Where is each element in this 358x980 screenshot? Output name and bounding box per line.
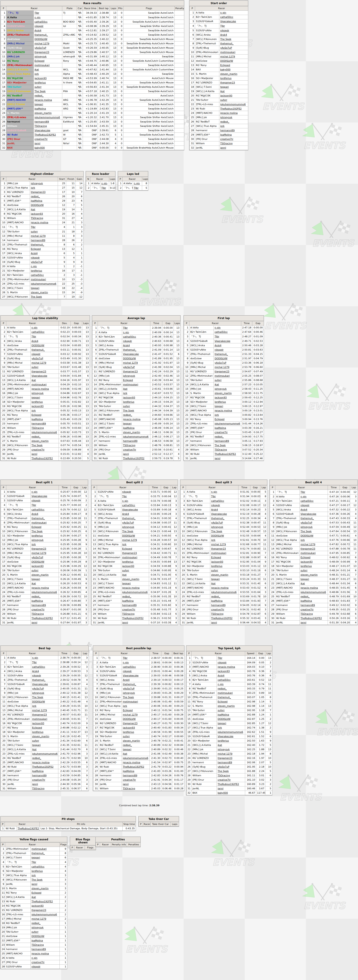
cell-link[interactable]: steven_martin — [30, 290, 58, 295]
cell-link[interactable]: jokuhemmomummo6 — [122, 434, 150, 439]
cell-link[interactable]: The Spek — [210, 529, 238, 534]
cell-link[interactable]: Viperakecske — [30, 374, 59, 378]
cell-link[interactable]: n gin — [100, 181, 109, 186]
cell-link[interactable]: michal 1279 — [299, 542, 328, 547]
cell-link[interactable]: jackson93 — [33, 76, 62, 81]
cell-link[interactable]: Arsk4 — [33, 29, 62, 33]
cell-link[interactable]: Arsk4 — [30, 512, 59, 516]
cell-link[interactable]: steven_martin — [217, 704, 245, 708]
cell-link[interactable]: jokuhemmomummo6 — [122, 756, 150, 760]
cell-link[interactable]: The Spek — [30, 295, 58, 299]
cell-link[interactable]: steven_martin — [30, 439, 59, 443]
cell-link[interactable]: TheRubius192FE2 — [17, 826, 40, 831]
cell-link[interactable]: steven_martin — [30, 886, 60, 891]
cell-link[interactable]: cathal50cc — [214, 330, 241, 334]
cell-link[interactable]: nikopdr — [30, 964, 60, 969]
cell-link[interactable]: n gin — [122, 330, 150, 335]
cell-link[interactable]: thehemuli_ — [31, 678, 59, 682]
cell-link[interactable]: suforr — [214, 378, 241, 382]
cell-link[interactable]: michal 1279 — [122, 361, 150, 365]
cell-link[interactable]: yAsSo7uP — [299, 520, 328, 525]
cell-link[interactable]: johneysvk — [210, 525, 238, 529]
cell-link[interactable]: JoaMolina — [122, 426, 150, 430]
cell-link[interactable]: jsrk — [121, 542, 149, 547]
cell-link[interactable]: jkat — [31, 748, 59, 752]
cell-link[interactable]: redbot_ — [30, 921, 60, 926]
cell-link[interactable]: thehemuli_ — [210, 516, 238, 520]
cell-link[interactable]: lordferius — [122, 730, 150, 734]
cell-link[interactable]: Eclipsed — [122, 378, 150, 382]
cell-link[interactable]: TJbr — [214, 334, 241, 339]
cell-link[interactable]: yAsSo7uP — [219, 46, 248, 50]
cell-link[interactable]: JoaMolina — [30, 599, 59, 603]
cell-link[interactable]: The Spek — [30, 529, 59, 534]
cell-link[interactable]: JoaMolina — [33, 107, 62, 111]
cell-link[interactable]: yAsSo7uP — [214, 361, 241, 365]
cell-link[interactable]: Eclipsed — [30, 891, 60, 895]
cell-link[interactable]: TSOracing — [30, 426, 59, 430]
cell-link[interactable]: suforr — [210, 568, 238, 573]
cell-link[interactable]: TheRubius192FE2 — [214, 452, 241, 457]
cell-link[interactable]: JoaMolina — [210, 599, 238, 603]
cell-link[interactable]: The Spek — [122, 409, 150, 413]
cell-link[interactable]: johneysvk — [122, 374, 150, 378]
cell-link[interactable]: The Spek — [299, 529, 328, 534]
cell-link[interactable]: The Spek — [31, 695, 59, 700]
cell-link[interactable]: The Spek — [122, 695, 150, 700]
cell-link[interactable]: jokuhemmomummo6 — [31, 752, 59, 756]
cell-link[interactable]: n gin — [217, 682, 245, 687]
cell-link[interactable]: johneysvk — [30, 926, 60, 930]
cell-link[interactable]: JoaMolina — [31, 769, 59, 773]
cell-link[interactable]: ignacio molina — [33, 98, 62, 102]
cell-link[interactable]: suforr — [217, 708, 245, 713]
cell-link[interactable]: DODISLVW — [214, 356, 241, 361]
cell-link[interactable]: The Spek — [219, 37, 248, 41]
cell-link[interactable]: TJbr — [121, 494, 149, 499]
cell-link[interactable]: thehemuli_ — [121, 516, 149, 520]
cell-link[interactable]: DODISLVW — [30, 203, 58, 207]
cell-link[interactable]: ignacio molina — [30, 387, 59, 391]
cell-link[interactable]: Arsk4 — [121, 512, 149, 516]
cell-link[interactable]: jsrk — [30, 409, 59, 413]
cell-link[interactable]: lordferius — [33, 81, 62, 85]
cell-link[interactable]: cathal50cc — [30, 273, 58, 277]
cell-link[interactable]: thegamer23 — [210, 547, 238, 551]
cell-link[interactable]: jackson93 — [121, 564, 149, 568]
cell-link[interactable]: cathal50cc — [122, 335, 150, 339]
cell-link[interactable]: cathal50cc — [121, 503, 149, 508]
cell-link[interactable]: TSOracing — [122, 786, 150, 791]
cell-link[interactable]: n gin — [219, 11, 248, 15]
cell-link[interactable]: jokuhemmomummo6 — [219, 102, 248, 107]
cell-link[interactable]: redbot_ — [219, 120, 248, 124]
cell-link[interactable]: The Spek — [30, 878, 60, 882]
cell-link[interactable]: cathal50cc — [30, 865, 60, 869]
cell-link[interactable]: steven_martin — [121, 577, 149, 581]
cell-link[interactable]: redbot_ — [30, 434, 59, 439]
cell-link[interactable]: steven_martin — [210, 573, 238, 577]
cell-link[interactable]: hermanni89 — [30, 947, 60, 951]
cell-link[interactable]: redbot_ — [30, 194, 58, 199]
cell-link[interactable]: TJbr — [30, 334, 59, 339]
cell-link[interactable]: ignacio molina — [217, 665, 245, 669]
cell-link[interactable]: thegamer23 — [122, 369, 150, 374]
cell-link[interactable]: TSOracing — [217, 773, 245, 778]
cell-link[interactable]: steven_martin — [299, 573, 328, 577]
cell-link[interactable]: TJbr — [30, 860, 60, 865]
cell-link[interactable]: JoaMolina — [299, 599, 328, 603]
cell-link[interactable]: hermanni89 — [210, 603, 238, 608]
cell-link[interactable]: Arsk4 — [122, 344, 150, 348]
cell-link[interactable]: jsrk — [217, 725, 245, 730]
cell-link[interactable]: n gin — [210, 490, 238, 494]
cell-link[interactable]: baky000 — [33, 146, 62, 150]
cell-link[interactable]: TJbr — [31, 660, 59, 665]
cell-link[interactable]: Eclipsed — [217, 700, 245, 704]
cell-link[interactable]: steven_martin — [30, 573, 59, 577]
cell-link[interactable]: michal 1279 — [214, 365, 241, 369]
cell-link[interactable]: creative7tr — [214, 430, 241, 434]
cell-link[interactable]: teppari — [121, 581, 149, 586]
cell-link[interactable]: teppari — [30, 286, 58, 290]
cell-link[interactable]: yAsSo7uP — [121, 520, 149, 525]
cell-link[interactable]: Viperakecske — [122, 673, 150, 678]
cell-link[interactable]: n gin — [214, 326, 241, 330]
cell-link[interactable]: teppari — [214, 404, 241, 409]
